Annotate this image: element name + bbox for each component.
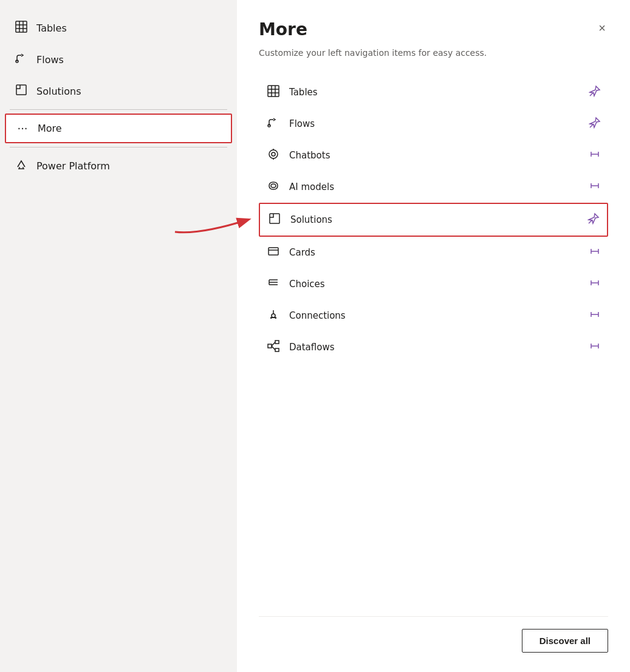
discover-all-button[interactable]: Discover all — [522, 629, 608, 653]
nav-ai-models-icon — [266, 180, 281, 194]
svg-rect-48 — [275, 348, 279, 351]
more-panel: More × Customize your left navigation it… — [237, 0, 630, 672]
nav-flows-label: Flows — [289, 118, 315, 129]
nav-item-choices[interactable]: Choices — [259, 268, 608, 300]
tables-icon — [15, 21, 28, 35]
nav-ai-models-label: AI models — [289, 182, 334, 192]
panel-title: More — [259, 19, 307, 39]
svg-point-15 — [269, 150, 278, 158]
nav-item-cards[interactable]: Cards — [259, 237, 608, 268]
nav-connections-icon — [266, 308, 281, 323]
svg-rect-46 — [268, 344, 272, 348]
nav-cards-label: Cards — [289, 247, 315, 258]
svg-rect-25 — [270, 214, 279, 223]
flows-icon — [15, 52, 28, 67]
nav-dataflows-label: Dataflows — [289, 342, 335, 353]
svg-rect-0 — [16, 21, 27, 32]
svg-line-49 — [272, 342, 275, 347]
nav-connections-label: Connections — [289, 310, 346, 321]
solutions-icon — [15, 84, 28, 98]
pin-chatbots-icon[interactable] — [589, 148, 601, 163]
panel-header: More × — [259, 19, 608, 39]
sidebar-item-tables-label: Tables — [36, 22, 67, 34]
nav-item-connections[interactable]: Connections — [259, 300, 608, 331]
nav-tables-icon — [266, 85, 281, 100]
nav-item-tables[interactable]: Tables — [259, 76, 608, 108]
pin-ai-models-icon[interactable] — [589, 180, 601, 194]
nav-item-solutions[interactable]: Solutions — [259, 203, 608, 237]
svg-point-40 — [272, 314, 275, 317]
pin-flows-icon[interactable] — [589, 117, 601, 131]
panel-footer: Discover all — [259, 616, 608, 653]
nav-chatbots-label: Chatbots — [289, 150, 330, 161]
svg-rect-47 — [275, 341, 279, 344]
nav-item-ai-models[interactable]: AI models — [259, 171, 608, 203]
sidebar-item-power-platform-label: Power Platform — [36, 160, 110, 172]
svg-point-16 — [272, 152, 275, 156]
svg-rect-7 — [268, 86, 279, 97]
svg-rect-27 — [269, 248, 278, 255]
nav-cards-icon — [266, 245, 281, 260]
pin-choices-icon[interactable] — [589, 277, 601, 291]
sidebar-item-power-platform[interactable]: Power Platform — [0, 150, 237, 182]
svg-line-50 — [272, 346, 275, 350]
nav-dataflows-icon — [266, 340, 281, 355]
sidebar-item-flows[interactable]: Flows — [0, 44, 237, 75]
nav-item-flows[interactable]: Flows — [259, 108, 608, 140]
sidebar-item-flows-label: Flows — [36, 54, 64, 66]
nav-list: Tables Flows — [259, 76, 608, 363]
pin-cards-icon[interactable] — [589, 245, 601, 260]
nav-item-chatbots[interactable]: Chatbots — [259, 140, 608, 171]
pin-solutions-icon[interactable] — [587, 212, 600, 227]
sidebar: Tables Flows Solutions ··· More — [0, 0, 237, 672]
close-button[interactable]: × — [596, 19, 608, 36]
more-icon: ··· — [16, 122, 29, 135]
svg-rect-6 — [16, 85, 26, 95]
pin-dataflows-icon[interactable] — [589, 340, 601, 355]
sidebar-item-solutions[interactable]: Solutions — [0, 75, 237, 107]
nav-item-dataflows[interactable]: Dataflows — [259, 331, 608, 363]
nav-flows-icon — [266, 117, 281, 131]
pin-connections-icon[interactable] — [589, 308, 601, 323]
sidebar-divider-1 — [10, 109, 227, 110]
sidebar-item-more[interactable]: ··· More — [5, 114, 232, 143]
power-platform-icon — [15, 158, 28, 173]
sidebar-item-tables[interactable]: Tables — [0, 12, 237, 44]
sidebar-divider-2 — [10, 147, 227, 148]
sidebar-item-more-label: More — [38, 123, 62, 134]
nav-choices-label: Choices — [289, 279, 325, 290]
nav-solutions-icon — [267, 212, 282, 227]
nav-choices-icon — [266, 277, 281, 291]
nav-chatbots-icon — [266, 148, 281, 163]
sidebar-item-solutions-label: Solutions — [36, 86, 81, 97]
pin-tables-icon[interactable] — [589, 85, 601, 100]
nav-tables-label: Tables — [289, 87, 318, 98]
nav-solutions-label: Solutions — [290, 214, 332, 225]
panel-subtitle: Customize your left navigation items for… — [259, 47, 608, 59]
